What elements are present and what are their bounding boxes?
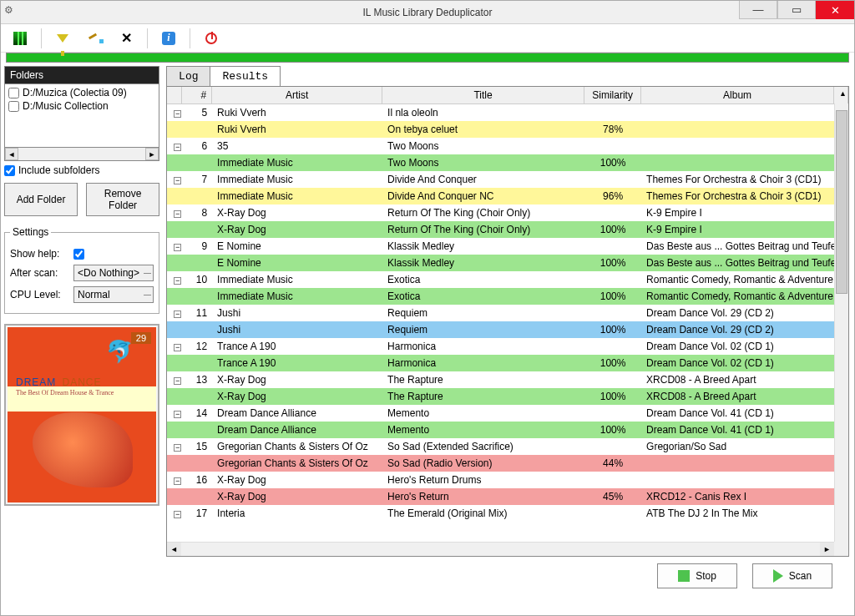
table-row[interactable]: X-Ray DogThe Rapture100%XRCD08 - A Breed…	[167, 388, 848, 405]
folder-item[interactable]: D:/Muzica (Colectia 09)	[7, 86, 157, 99]
table-row[interactable]: Immediate MusicExotica100%Romantic Comed…	[167, 288, 848, 305]
expand-cell[interactable]: −	[167, 174, 182, 185]
hscroll-track[interactable]	[181, 543, 820, 556]
col-similarity[interactable]: Similarity	[584, 87, 641, 104]
folders-list[interactable]: D:/Muzica (Colectia 09)D:/Music Collecti…	[4, 84, 159, 148]
expand-cell[interactable]: −	[167, 207, 182, 219]
col-album[interactable]: Album	[641, 87, 834, 104]
collapse-icon[interactable]: −	[174, 344, 181, 351]
include-subfolders-row[interactable]: Include subfolders	[4, 161, 159, 179]
maximize-button[interactable]: ▭	[777, 1, 816, 19]
table-row[interactable]: −9E NomineKlassik MedleyDas Beste aus ..…	[167, 238, 848, 255]
expand-cell[interactable]: −	[167, 507, 182, 519]
expand-cell[interactable]: −	[167, 274, 182, 285]
collapse-icon[interactable]: −	[174, 511, 181, 518]
title-cell: Hero's Return Drums	[382, 474, 584, 486]
collapse-icon[interactable]: −	[174, 377, 181, 385]
expand-cell[interactable]: −	[167, 407, 182, 419]
collapse-icon[interactable]: −	[174, 444, 181, 452]
col-number[interactable]: #	[182, 87, 212, 104]
filter-button[interactable]	[48, 27, 77, 50]
table-row[interactable]: −10Immediate MusicExoticaRomantic Comedy…	[167, 271, 848, 288]
collapse-icon[interactable]: −	[174, 277, 181, 285]
collapse-icon[interactable]: −	[174, 311, 181, 318]
table-row[interactable]: −13X-Ray DogThe RaptureXRCD08 - A Breed …	[167, 371, 848, 388]
include-subfolders-checkbox[interactable]	[4, 165, 15, 176]
funnel-icon	[57, 34, 68, 43]
folder-item[interactable]: D:/Music Collection	[7, 99, 157, 113]
minimize-button[interactable]: —	[739, 1, 777, 19]
info-button[interactable]: i	[154, 27, 183, 50]
table-row[interactable]: −635Two Moons	[167, 138, 848, 154]
folder-item-checkbox[interactable]	[8, 88, 19, 98]
table-row[interactable]: −11JushiRequiemDream Dance Vol. 29 (CD 2…	[167, 305, 848, 321]
collapse-icon[interactable]: −	[174, 210, 181, 218]
expand-cell[interactable]: −	[167, 140, 182, 152]
collapse-icon[interactable]: −	[174, 477, 181, 485]
table-row[interactable]: Ruki VverhOn tebya celuet78%	[167, 121, 848, 138]
remove-folder-button[interactable]: Remove Folder	[86, 183, 159, 216]
table-row[interactable]: Trance A 190Harmonica100%Dream Dance Vol…	[167, 355, 848, 371]
scroll-track[interactable]	[18, 148, 145, 160]
table-row[interactable]: Gregorian Chants & Sisters Of OzSo Sad (…	[167, 455, 848, 472]
scan-library-button[interactable]	[6, 27, 34, 50]
scroll-left-icon[interactable]: ◄	[5, 148, 18, 160]
scroll-right-icon[interactable]: ►	[145, 148, 159, 160]
title-cell: So Sad (Radio Version)	[382, 457, 584, 469]
add-folder-button[interactable]: Add Folder	[4, 183, 78, 216]
col-title[interactable]: Title	[382, 87, 584, 104]
collapse-icon[interactable]: −	[174, 411, 181, 418]
folder-item-checkbox[interactable]	[8, 101, 19, 112]
clean-button[interactable]	[80, 27, 109, 50]
tab-results[interactable]: Results	[210, 66, 281, 86]
show-help-checkbox[interactable]	[73, 249, 84, 260]
expand-cell[interactable]: −	[167, 474, 182, 486]
expand-cell[interactable]: −	[167, 341, 182, 352]
collapse-icon[interactable]: −	[174, 244, 181, 251]
vscroll-thumb[interactable]	[836, 110, 847, 294]
after-scan-select[interactable]: <Do Nothing> —	[73, 265, 154, 281]
table-row[interactable]: −17InteriaThe Emerald (Original Mix)ATB …	[167, 505, 848, 522]
shuffle-button[interactable]: ✕	[112, 27, 140, 50]
table-row[interactable]: JushiRequiem100%Dream Dance Vol. 29 (CD …	[167, 321, 848, 338]
vscroll-up[interactable]: ▲	[834, 87, 848, 104]
table-row[interactable]: Dream Dance AllianceMemento100%Dream Dan…	[167, 422, 848, 438]
collapse-icon[interactable]: −	[174, 177, 181, 184]
table-row[interactable]: X-Ray DogReturn Of The King (Choir Only)…	[167, 221, 848, 238]
folder-item-path: D:/Music Collection	[23, 100, 109, 112]
table-row[interactable]: Immediate MusicTwo Moons100%	[167, 154, 848, 171]
collapse-icon[interactable]: −	[174, 110, 181, 118]
table-row[interactable]: Immediate MusicDivide And Conquer NC96%T…	[167, 188, 848, 204]
cpu-level-select[interactable]: Normal —	[73, 286, 154, 303]
collapse-icon[interactable]: −	[174, 144, 181, 151]
col-expand[interactable]	[167, 87, 182, 104]
horizontal-scrollbar[interactable]: ◄ ►	[167, 542, 834, 556]
table-row[interactable]: −12Trance A 190HarmonicaDream Dance Vol.…	[167, 338, 848, 355]
hscroll-left-icon[interactable]: ◄	[167, 543, 181, 556]
expand-cell[interactable]: −	[167, 307, 182, 319]
exit-button[interactable]	[197, 27, 225, 50]
table-row[interactable]: E NomineKlassik Medley100%Das Beste aus …	[167, 255, 848, 271]
table-row[interactable]: −8X-Ray DogReturn Of The King (Choir Onl…	[167, 204, 848, 221]
hscroll-right-icon[interactable]: ►	[820, 543, 834, 556]
similarity-cell: 100%	[584, 257, 641, 269]
expand-cell[interactable]: −	[167, 107, 182, 119]
num-cell: 10	[182, 274, 212, 285]
table-row[interactable]: −14Dream Dance AllianceMementoDream Danc…	[167, 405, 848, 422]
folders-hscrollbar[interactable]: ◄ ►	[4, 148, 159, 161]
scan-button[interactable]: Scan	[752, 563, 832, 588]
table-row[interactable]: −16X-Ray DogHero's Return Drums	[167, 472, 848, 488]
stop-button[interactable]: Stop	[657, 563, 737, 588]
table-row[interactable]: X-Ray DogHero's Return45%XRCD12 - Canis …	[167, 488, 848, 505]
expand-cell[interactable]: −	[167, 240, 182, 252]
table-row[interactable]: −15Gregorian Chants & Sisters Of OzSo Sa…	[167, 438, 848, 455]
expand-cell[interactable]: −	[167, 441, 182, 452]
table-row[interactable]: −7Immediate MusicDivide And ConquerTheme…	[167, 171, 848, 188]
vertical-scrollbar[interactable]	[834, 104, 848, 542]
close-button[interactable]: ✕	[816, 1, 854, 19]
col-artist[interactable]: Artist	[212, 87, 382, 104]
tab-log[interactable]: Log	[166, 66, 210, 86]
expand-cell[interactable]: −	[167, 374, 182, 386]
grid-body[interactable]: −5Ruki VverhIl nla oleolnRuki VverhOn te…	[167, 104, 848, 556]
table-row[interactable]: −5Ruki VverhIl nla oleoln	[167, 104, 848, 121]
